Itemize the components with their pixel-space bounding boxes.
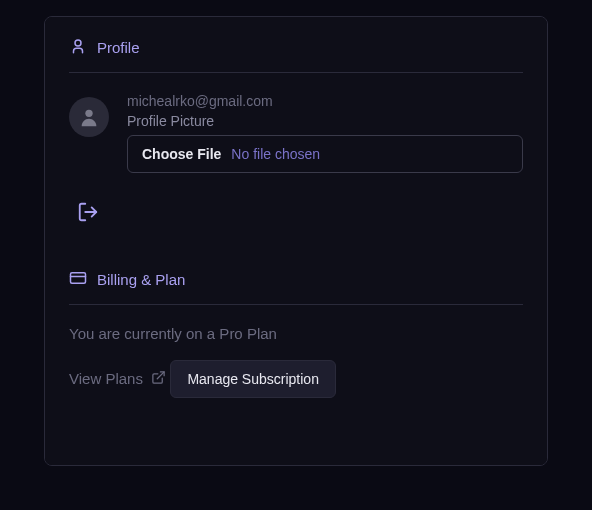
manage-subscription-button[interactable]: Manage Subscription bbox=[170, 360, 336, 398]
billing-body: You are currently on a Pro Plan View Pla… bbox=[69, 325, 523, 410]
current-plan-text: You are currently on a Pro Plan bbox=[69, 325, 523, 342]
logout-icon[interactable] bbox=[77, 209, 99, 226]
avatar bbox=[69, 97, 109, 137]
view-plans-link[interactable]: View Plans bbox=[69, 370, 166, 388]
file-status-text: No file chosen bbox=[231, 146, 320, 162]
profile-info: michealrko@gmail.com Profile Picture Cho… bbox=[127, 93, 523, 173]
profile-picture-file-input[interactable]: Choose File No file chosen bbox=[127, 135, 523, 173]
choose-file-button[interactable]: Choose File bbox=[142, 146, 221, 162]
profile-picture-label: Profile Picture bbox=[127, 113, 523, 129]
logout-row bbox=[77, 201, 523, 227]
user-email: michealrko@gmail.com bbox=[127, 93, 523, 109]
user-icon bbox=[69, 37, 87, 58]
profile-section-header: Profile bbox=[69, 37, 523, 73]
billing-title: Billing & Plan bbox=[97, 271, 185, 288]
billing-section-header: Billing & Plan bbox=[69, 269, 523, 305]
profile-body: michealrko@gmail.com Profile Picture Cho… bbox=[69, 93, 523, 173]
view-plans-label: View Plans bbox=[69, 370, 143, 387]
profile-title: Profile bbox=[97, 39, 140, 56]
svg-rect-3 bbox=[71, 273, 86, 284]
svg-line-5 bbox=[157, 371, 164, 378]
settings-panel: Profile michealrko@gmail.com Profile Pic… bbox=[44, 16, 548, 466]
svg-point-0 bbox=[75, 40, 81, 46]
external-link-icon bbox=[151, 370, 166, 388]
credit-card-icon bbox=[69, 269, 87, 290]
spacer bbox=[69, 410, 523, 467]
svg-point-1 bbox=[85, 110, 92, 117]
